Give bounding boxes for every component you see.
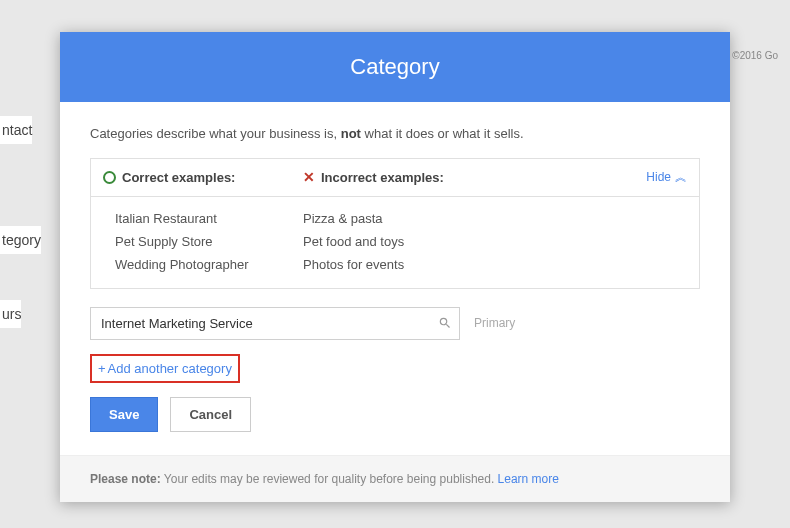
category-input[interactable] xyxy=(90,307,460,340)
hide-label: Hide xyxy=(646,170,671,184)
chevron-up-icon: ︽ xyxy=(675,169,687,186)
x-icon: ✕ xyxy=(303,169,315,185)
primary-label: Primary xyxy=(474,316,515,330)
example-row: Pet Supply Store Pet food and toys xyxy=(115,230,687,253)
search-icon xyxy=(438,316,452,330)
example-row: Italian Restaurant Pizza & pasta xyxy=(115,207,687,230)
example-incorrect: Pet food and toys xyxy=(303,234,687,249)
add-another-label: Add another category xyxy=(108,361,232,376)
examples-rows: Italian Restaurant Pizza & pasta Pet Sup… xyxy=(91,197,699,288)
save-button[interactable]: Save xyxy=(90,397,158,432)
example-correct: Wedding Photographer xyxy=(115,257,303,272)
category-modal: Category Categories describe what your b… xyxy=(60,32,730,502)
examples-box: Correct examples: ✕ Incorrect examples: … xyxy=(90,158,700,289)
button-row: Save Cancel xyxy=(90,397,700,432)
example-correct: Italian Restaurant xyxy=(115,211,303,226)
incorrect-label: Incorrect examples: xyxy=(321,170,444,185)
category-input-wrap xyxy=(90,307,460,340)
learn-more-link[interactable]: Learn more xyxy=(498,472,559,486)
desc-bold: not xyxy=(341,126,361,141)
example-correct: Pet Supply Store xyxy=(115,234,303,249)
desc-pre: Categories describe what your business i… xyxy=(90,126,341,141)
footer-note: Please note: Your edits may be reviewed … xyxy=(60,455,730,502)
cancel-button[interactable]: Cancel xyxy=(170,397,251,432)
incorrect-examples-header: ✕ Incorrect examples: xyxy=(303,169,646,185)
examples-header: Correct examples: ✕ Incorrect examples: … xyxy=(91,159,699,197)
correct-examples-header: Correct examples: xyxy=(103,170,303,185)
footer-note-strong: Please note: xyxy=(90,472,161,486)
check-circle-icon xyxy=(103,171,116,184)
example-incorrect: Photos for events xyxy=(303,257,687,272)
bg-sidebar-contact: ntact xyxy=(0,116,32,144)
footer-note-text: Your edits may be reviewed for quality b… xyxy=(161,472,498,486)
desc-post: what it does or what it sells. xyxy=(361,126,524,141)
category-input-row: Primary xyxy=(90,307,700,340)
example-row: Wedding Photographer Photos for events xyxy=(115,253,687,276)
category-description: Categories describe what your business i… xyxy=(90,124,700,144)
plus-icon: + xyxy=(98,361,106,376)
hide-examples-link[interactable]: Hide ︽ xyxy=(646,169,687,186)
bg-sidebar-category: tegory xyxy=(0,226,41,254)
map-copyright: ©2016 Go xyxy=(732,50,778,61)
correct-label: Correct examples: xyxy=(122,170,235,185)
modal-title: Category xyxy=(60,32,730,102)
add-another-category-link[interactable]: + Add another category xyxy=(90,354,240,383)
bg-sidebar-hours: urs xyxy=(0,300,21,328)
example-incorrect: Pizza & pasta xyxy=(303,211,687,226)
modal-body: Categories describe what your business i… xyxy=(60,102,730,455)
